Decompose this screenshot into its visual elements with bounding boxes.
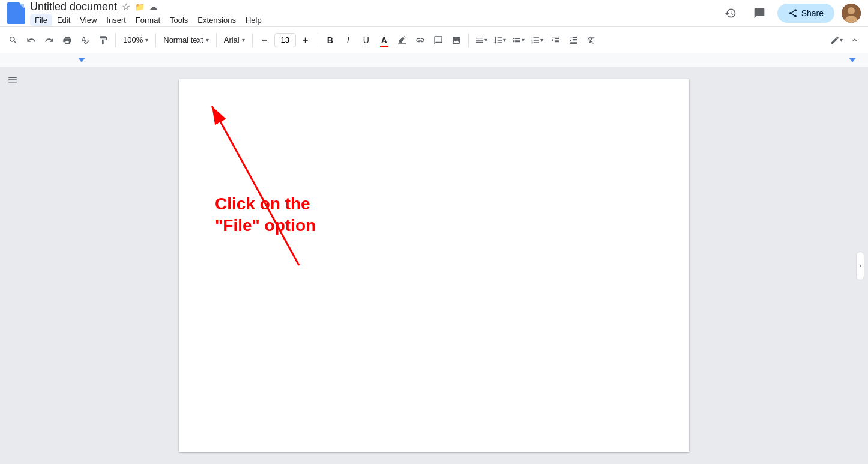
- insert-image-btn[interactable]: [448, 32, 465, 49]
- user-avatar[interactable]: [842, 4, 861, 23]
- paint-format-btn[interactable]: [95, 32, 112, 49]
- menu-format[interactable]: Format: [131, 14, 165, 26]
- svg-point-1: [848, 7, 855, 14]
- print-btn[interactable]: [59, 32, 76, 49]
- editing-pencil-btn[interactable]: ▾: [828, 32, 845, 49]
- annotation-overlay: Click on the "File" option: [179, 79, 689, 452]
- redo-btn[interactable]: [41, 32, 58, 49]
- doc-container: Click on the "File" option: [0, 67, 868, 464]
- text-style-select[interactable]: Normal text ▾: [160, 32, 212, 49]
- divider-2: [155, 33, 156, 47]
- insert-link-btn[interactable]: [412, 32, 429, 49]
- decrease-indent-btn[interactable]: [547, 32, 564, 49]
- annotation-line2: "File" option: [215, 215, 316, 237]
- star-icon[interactable]: ☆: [122, 1, 130, 13]
- ordered-list-btn[interactable]: ▾: [528, 32, 546, 49]
- docs-logo-icon: [7, 2, 25, 24]
- undo-btn[interactable]: [23, 32, 40, 49]
- folder-icon[interactable]: 📁: [135, 2, 145, 11]
- insert-comment-btn[interactable]: [430, 32, 447, 49]
- zoom-select[interactable]: 100% ▾: [119, 32, 152, 49]
- toolbar: 100% ▾ Normal text ▾ Arial ▾ − 13 + B I …: [0, 26, 868, 53]
- divider-3: [216, 33, 217, 47]
- right-panel-collapse-btn[interactable]: ›: [856, 252, 864, 280]
- zoom-arrow-icon: ▾: [145, 37, 148, 43]
- menu-view[interactable]: View: [75, 14, 101, 26]
- divider-5: [318, 33, 318, 47]
- doc-title-row: Untitled document ☆ 📁 ☁: [30, 1, 715, 13]
- outline-toggle-btn[interactable]: [7, 74, 18, 88]
- share-label: Share: [801, 8, 824, 18]
- divider-4: [252, 33, 253, 47]
- zoom-value: 100%: [123, 35, 143, 44]
- clear-formatting-btn[interactable]: [583, 32, 600, 49]
- text-align-btn[interactable]: ▾: [472, 32, 490, 49]
- text-style-value: Normal text: [163, 35, 203, 44]
- menu-tools[interactable]: Tools: [165, 14, 193, 26]
- decrease-font-size-btn[interactable]: −: [256, 32, 273, 49]
- share-button[interactable]: Share: [777, 4, 834, 23]
- line-spacing-btn[interactable]: ▾: [491, 32, 508, 49]
- divider-6: [468, 33, 469, 47]
- menu-insert[interactable]: Insert: [101, 14, 131, 26]
- title-section: Untitled document ☆ 📁 ☁ File Edit View I…: [30, 1, 715, 26]
- font-value: Arial: [224, 35, 240, 44]
- title-right: Share: [720, 2, 861, 24]
- font-arrow-icon: ▾: [242, 37, 245, 43]
- highlight-color-btn[interactable]: [394, 32, 411, 49]
- cloud-save-icon[interactable]: ☁: [149, 2, 157, 11]
- underline-btn[interactable]: U: [358, 32, 375, 49]
- menu-bar: File Edit View Insert Format Tools Exten…: [30, 14, 715, 26]
- comments-icon[interactable]: [749, 2, 770, 24]
- bold-btn[interactable]: B: [322, 32, 339, 49]
- doc-title[interactable]: Untitled document: [30, 1, 117, 13]
- divider-1: [115, 33, 116, 47]
- text-color-btn[interactable]: A: [376, 32, 393, 49]
- text-style-arrow-icon: ▾: [206, 37, 209, 43]
- ruler: [0, 53, 868, 67]
- font-select[interactable]: Arial ▾: [220, 32, 249, 49]
- font-size-box: − 13 +: [256, 32, 314, 49]
- annotation-text: Click on the "File" option: [215, 193, 316, 237]
- ruler-left-marker[interactable]: [78, 58, 85, 62]
- increase-font-size-btn[interactable]: +: [297, 32, 314, 49]
- ruler-right-marker[interactable]: [849, 58, 856, 62]
- menu-file[interactable]: File: [30, 14, 52, 26]
- doc-page[interactable]: Click on the "File" option: [179, 79, 689, 452]
- menu-help[interactable]: Help: [241, 14, 267, 26]
- menu-extensions[interactable]: Extensions: [193, 14, 241, 26]
- spell-check-btn[interactable]: [77, 32, 94, 49]
- increase-indent-btn[interactable]: [565, 32, 582, 49]
- annotation-line1: Click on the: [215, 193, 316, 215]
- checklist-btn[interactable]: ▾: [510, 32, 527, 49]
- version-history-icon[interactable]: [720, 2, 741, 24]
- search-toolbar-btn[interactable]: [5, 32, 22, 49]
- svg-line-3: [212, 106, 299, 265]
- title-bar: Untitled document ☆ 📁 ☁ File Edit View I…: [0, 0, 868, 26]
- menu-edit[interactable]: Edit: [52, 14, 75, 26]
- main-content: Click on the "File" option ›: [0, 67, 868, 464]
- font-size-input[interactable]: 13: [274, 33, 296, 47]
- collapse-toolbar-btn[interactable]: [846, 32, 863, 49]
- italic-btn[interactable]: I: [340, 32, 357, 49]
